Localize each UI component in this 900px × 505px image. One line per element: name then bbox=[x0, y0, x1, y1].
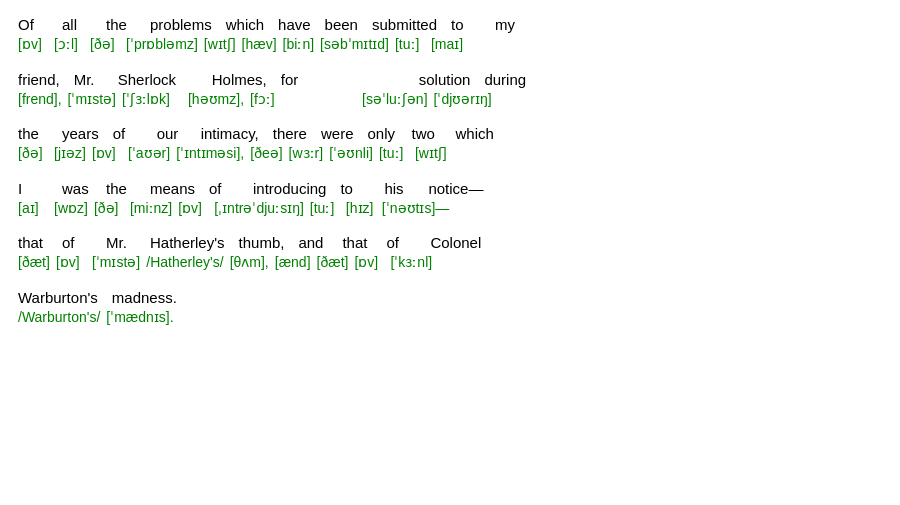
word-eng: submitted bbox=[372, 14, 437, 35]
word-pho: [ˈnəʊtɪs]— bbox=[382, 199, 449, 219]
word-pho: [ðə] bbox=[94, 199, 124, 219]
word-eng: years bbox=[62, 123, 99, 144]
word-pho: [həʊmz], bbox=[188, 90, 244, 110]
word-pho: [miːnz] bbox=[130, 199, 172, 219]
word-eng: I bbox=[18, 178, 48, 199]
word-pho: /Hatherley's/ bbox=[146, 253, 223, 273]
word-eng: problems bbox=[150, 14, 212, 35]
word-pho: [tuː] bbox=[395, 35, 425, 55]
word-pho: [ˈmædnɪs]. bbox=[106, 308, 173, 328]
word-pho: [ˈmɪstə] bbox=[92, 253, 140, 273]
word-pho: [ˈkɜːnl] bbox=[390, 253, 432, 273]
word-pho: [maɪ] bbox=[431, 35, 463, 55]
phonetic-line-1: [ɒv] [ɔːl] [ðə] [ˈprɒbləmz] [wɪtʃ] [hæv]… bbox=[18, 35, 882, 55]
word-eng: Mr. bbox=[74, 69, 104, 90]
word-pho: [səbˈmɪtɪd] bbox=[320, 35, 389, 55]
english-line-6: Warburton's madness. bbox=[18, 287, 882, 308]
word-pho: [ɒv] bbox=[178, 199, 208, 219]
word-eng: Holmes, bbox=[212, 69, 267, 90]
word-pho: [fɔː] bbox=[250, 90, 280, 110]
word-eng: was bbox=[62, 178, 92, 199]
word-eng: Of bbox=[18, 14, 48, 35]
word-eng: Hatherley's bbox=[150, 232, 225, 253]
word-pho: [ˈʃɜːlɒk] bbox=[122, 90, 182, 110]
word-eng: that bbox=[342, 232, 372, 253]
content-area: Of all the problems which have been subm… bbox=[10, 8, 890, 348]
word-pho: [səˈluːʃən] bbox=[362, 90, 427, 110]
word-pho: [ðeə] bbox=[250, 144, 282, 164]
word-pho: [ˈmɪstə] bbox=[68, 90, 116, 110]
word-pho: [jɪəz] bbox=[54, 144, 86, 164]
line-group-1: Of all the problems which have been subm… bbox=[18, 14, 882, 55]
english-line-4: I was the means of introducing to his no… bbox=[18, 178, 882, 199]
phonetic-line-5: [ðæt] [ɒv] [ˈmɪstə] /Hatherley's/ [θʌm],… bbox=[18, 253, 882, 273]
word-eng: which bbox=[226, 14, 264, 35]
word-pho: /Warburton's/ bbox=[18, 308, 100, 328]
word-pho: [hæv] bbox=[242, 35, 277, 55]
word-eng: notice— bbox=[428, 178, 483, 199]
word-eng: the bbox=[106, 178, 136, 199]
word-eng: there bbox=[273, 123, 307, 144]
word-pho: [ænd] bbox=[275, 253, 311, 273]
word-eng: for bbox=[281, 69, 311, 90]
english-line-2: friend, Mr. Sherlock Holmes, for solutio… bbox=[18, 69, 882, 90]
word-pho: [ɒv] bbox=[354, 253, 384, 273]
english-line-3: the years of our intimacy, there were on… bbox=[18, 123, 882, 144]
word-eng: of bbox=[62, 232, 92, 253]
word-pho: [ðæt] bbox=[18, 253, 50, 273]
word-eng: intimacy, bbox=[201, 123, 259, 144]
word-eng: madness. bbox=[112, 287, 177, 308]
phonetic-line-2: [frend], [ˈmɪstə] [ˈʃɜːlɒk] [həʊmz], [fɔ… bbox=[18, 90, 882, 110]
word-pho: [tuː] bbox=[379, 144, 409, 164]
word-eng: friend, bbox=[18, 69, 60, 90]
line-group-6: Warburton's madness. /Warburton's/ [ˈmæd… bbox=[18, 287, 882, 328]
phonetic-line-4: [aɪ] [wɒz] [ðə] [miːnz] [ɒv] [ˌɪntrəˈdju… bbox=[18, 199, 882, 219]
word-pho: [ˈɪntɪməsi], bbox=[176, 144, 244, 164]
word-eng bbox=[325, 69, 405, 90]
word-eng: all bbox=[62, 14, 92, 35]
word-eng: Colonel bbox=[430, 232, 481, 253]
word-eng: his bbox=[384, 178, 414, 199]
word-pho: [ˈprɒbləmz] bbox=[126, 35, 198, 55]
word-pho: [θʌm], bbox=[230, 253, 269, 273]
word-pho: [hɪz] bbox=[346, 199, 376, 219]
word-eng: that bbox=[18, 232, 48, 253]
word-eng: to bbox=[340, 178, 370, 199]
english-line-5: that of Mr. Hatherley's thumb, and that … bbox=[18, 232, 882, 253]
word-eng: the bbox=[18, 123, 48, 144]
word-pho: [ɔːl] bbox=[54, 35, 84, 55]
word-pho: [ɒv] bbox=[56, 253, 86, 273]
word-eng: and bbox=[298, 232, 328, 253]
word-eng: Sherlock bbox=[118, 69, 198, 90]
line-group-5: that of Mr. Hatherley's thumb, and that … bbox=[18, 232, 882, 273]
word-eng: my bbox=[495, 14, 525, 35]
word-eng: were bbox=[321, 123, 354, 144]
word-pho: [ˈdjʊərɪŋ] bbox=[434, 90, 492, 110]
word-pho: [wɜːr] bbox=[289, 144, 324, 164]
english-line-1: Of all the problems which have been subm… bbox=[18, 14, 882, 35]
word-pho: [biːn] bbox=[283, 35, 314, 55]
word-eng: been bbox=[325, 14, 358, 35]
word-eng: of bbox=[209, 178, 239, 199]
line-group-4: I was the means of introducing to his no… bbox=[18, 178, 882, 219]
word-eng: means bbox=[150, 178, 195, 199]
word-eng: during bbox=[484, 69, 526, 90]
word-eng: have bbox=[278, 14, 311, 35]
word-eng: the bbox=[106, 14, 136, 35]
word-eng: of bbox=[386, 232, 416, 253]
word-pho: [frend], bbox=[18, 90, 62, 110]
word-pho: [ðæt] bbox=[317, 253, 349, 273]
word-eng: introducing bbox=[253, 178, 326, 199]
word-pho: [wɪtʃ] bbox=[415, 144, 447, 164]
word-pho: [wɪtʃ] bbox=[204, 35, 236, 55]
word-pho: [ɒv] bbox=[92, 144, 122, 164]
word-pho: [tuː] bbox=[310, 199, 340, 219]
word-eng: Warburton's bbox=[18, 287, 98, 308]
phonetic-line-6: /Warburton's/ [ˈmædnɪs]. bbox=[18, 308, 882, 328]
word-eng: only bbox=[367, 123, 397, 144]
word-pho: [wɒz] bbox=[54, 199, 88, 219]
word-eng: Mr. bbox=[106, 232, 136, 253]
word-eng: two bbox=[411, 123, 441, 144]
phonetic-line-3: [ðə] [jɪəz] [ɒv] [ˈaʊər] [ˈɪntɪməsi], [ð… bbox=[18, 144, 882, 164]
word-pho: [ðə] bbox=[18, 144, 48, 164]
